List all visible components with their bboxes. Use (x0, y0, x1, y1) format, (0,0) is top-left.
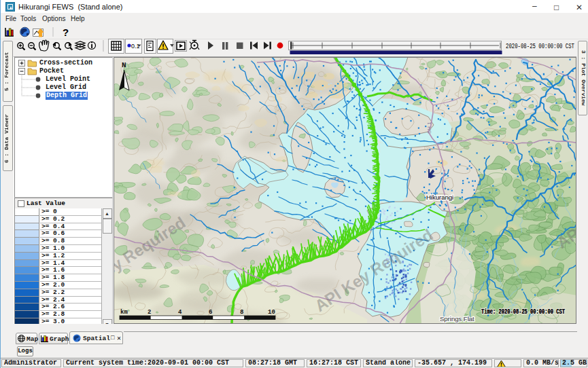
svg-text:km: km (120, 309, 128, 316)
svg-text:N: N (122, 61, 126, 69)
svg-text:2020-08-25 00:00:00 CST: 2020-08-25 00:00:00 CST (506, 43, 574, 50)
svg-text:SH 1: SH 1 (426, 122, 432, 134)
svg-text:Hikurangi: Hikurangi (426, 194, 453, 201)
svg-text:0.1: 0.1 (131, 43, 140, 50)
svg-text:10: 10 (268, 309, 275, 316)
svg-text:8: 8 (240, 309, 243, 316)
svg-text:4: 4 (178, 309, 182, 316)
svg-text:6: 6 (209, 309, 212, 316)
svg-text:Springs Flat: Springs Flat (440, 315, 474, 323)
svg-text:Time: 2020-08-25 00:00:00 CST: Time: 2020-08-25 00:00:00 CST (481, 308, 565, 316)
svg-text:2: 2 (148, 309, 151, 316)
